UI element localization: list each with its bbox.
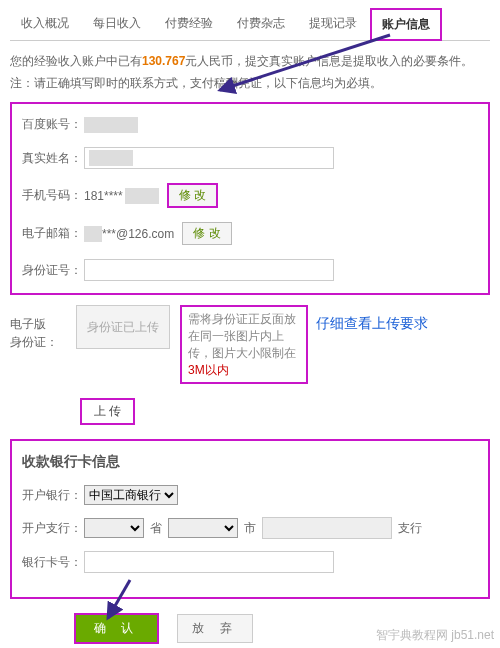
realname-value	[89, 150, 133, 166]
baidu-id-label: 百度账号：	[22, 116, 84, 133]
upload-label: 电子版身份证：	[10, 305, 66, 351]
bank-section-title: 收款银行卡信息	[22, 453, 478, 471]
tab-bar: 收入概况 每日收入 付费经验 付费杂志 提现记录 账户信息	[10, 8, 490, 41]
tab-income-overview[interactable]: 收入概况	[10, 8, 80, 40]
upload-tip: 需将身份证正反面放在同一张图片内上传，图片大小限制在3M以内	[180, 305, 308, 384]
prov-suffix: 省	[150, 520, 162, 537]
phone-label: 手机号码：	[22, 187, 84, 204]
idcard-input[interactable]	[84, 259, 334, 281]
card-label: 银行卡号：	[22, 554, 84, 571]
cancel-button[interactable]: 放 弃	[177, 614, 252, 643]
open-bank-label: 开户银行：	[22, 487, 84, 504]
tab-account-info[interactable]: 账户信息	[370, 8, 442, 41]
tab-paid-mag[interactable]: 付费杂志	[226, 8, 296, 40]
email-value: ***@126.com	[102, 227, 174, 241]
modify-email-button[interactable]: 修 改	[182, 222, 231, 245]
upload-area: 电子版身份证： 身份证已上传 需将身份证正反面放在同一张图片内上传，图片大小限制…	[10, 305, 490, 384]
city-select[interactable]	[168, 518, 238, 538]
branch-input[interactable]	[262, 517, 392, 539]
tab-daily-income[interactable]: 每日收入	[82, 8, 152, 40]
tab-paid-exp[interactable]: 付费经验	[154, 8, 224, 40]
branch-suffix: 支行	[398, 520, 422, 537]
phone-masked	[125, 188, 159, 204]
balance-amount: 130.767	[142, 54, 185, 68]
province-select[interactable]	[84, 518, 144, 538]
email-label: 电子邮箱：	[22, 225, 84, 242]
account-info-box: 百度账号： 真实姓名： 手机号码： 181**** 修 改 电子邮箱： ***@…	[10, 102, 490, 295]
email-mask	[84, 226, 102, 242]
idcard-label: 身份证号：	[22, 262, 84, 279]
tab-withdraw[interactable]: 提现记录	[298, 8, 368, 40]
branch-label: 开户支行：	[22, 520, 84, 537]
city-suffix: 市	[244, 520, 256, 537]
bank-info-box: 收款银行卡信息 开户银行： 中国工商银行 开户支行： 省 市 支行 银行卡号：	[10, 439, 490, 599]
confirm-button[interactable]: 确 认	[74, 613, 159, 644]
open-bank-select[interactable]: 中国工商银行	[84, 485, 178, 505]
upload-preview: 身份证已上传	[76, 305, 170, 349]
upload-button[interactable]: 上 传	[80, 398, 135, 425]
baidu-id-value	[84, 117, 138, 133]
modify-phone-button[interactable]: 修 改	[167, 183, 218, 208]
upload-note: 仔细查看上传要求	[316, 305, 428, 333]
realname-label: 真实姓名：	[22, 150, 84, 167]
phone-value: 181****	[84, 189, 123, 203]
form-actions: 确 认 放 弃	[10, 613, 490, 644]
card-input[interactable]	[84, 551, 334, 573]
notice-text: 您的经验收入账户中已有130.767元人民币，提交真实账户信息是提取收入的必要条…	[10, 51, 490, 94]
